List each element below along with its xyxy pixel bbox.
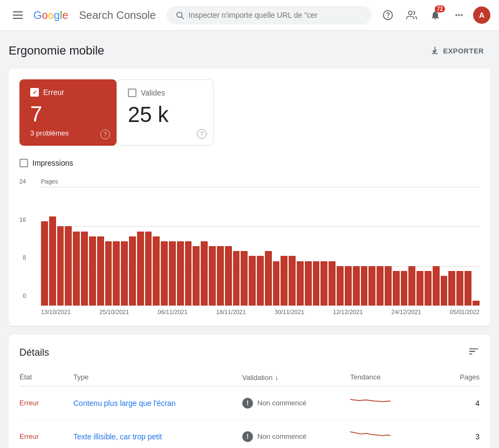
chart-bar	[225, 246, 232, 306]
chart-bar	[456, 271, 463, 306]
impressions-checkbox[interactable]	[19, 159, 28, 167]
main-card: Erreur 7 3 problèmes ? Valides 25 k ? Im…	[9, 69, 490, 326]
table-header: État Type Validation ↓ Tendance Pages	[19, 369, 480, 386]
impressions-row: Impressions	[19, 154, 480, 172]
x-label-4: 18/11/2021	[216, 309, 246, 315]
error-stat-card: Erreur 7 3 problèmes ?	[19, 79, 117, 146]
app-name: Search Console	[79, 9, 156, 22]
error-value: 7	[30, 101, 104, 127]
valid-value: 25 k	[128, 101, 200, 127]
chart-bar	[297, 261, 304, 306]
chart-bar	[281, 256, 288, 306]
row-validation-1: ! Non commencé	[242, 398, 350, 409]
chart-bar	[97, 236, 104, 306]
row-type-2[interactable]: Texte illisible, car trop petit	[73, 432, 242, 441]
notifications-button[interactable]: 72	[426, 5, 445, 25]
menu-button[interactable]	[9, 7, 27, 23]
stats-row: Erreur 7 3 problèmes ? Valides 25 k ?	[19, 79, 480, 146]
chart-bar	[249, 256, 256, 306]
table-row: Erreur Texte illisible, car trop petit !…	[19, 420, 480, 448]
y-label-16: 16	[19, 216, 26, 223]
help-button[interactable]	[378, 5, 398, 25]
table-row: Erreur Contenu plus large que l'écran ! …	[19, 386, 480, 420]
chart-bar	[337, 266, 344, 306]
details-header: Détails	[19, 345, 480, 360]
chart-bar	[113, 241, 120, 306]
x-label-1: 13/10/2021	[41, 309, 71, 315]
chart-bar	[345, 266, 352, 306]
chart-bars	[41, 187, 480, 306]
search-input[interactable]	[189, 11, 363, 19]
x-label-5: 30/11/2021	[275, 309, 304, 315]
row-trend-1	[350, 394, 436, 412]
error-help-icon[interactable]: ?	[100, 130, 110, 139]
page-title: Ergonomie mobile	[9, 44, 104, 58]
notification-count: 72	[435, 5, 445, 12]
chart-bar	[441, 276, 448, 306]
apps-button[interactable]	[449, 5, 469, 25]
chart-bar	[320, 261, 327, 306]
svg-point-3	[388, 17, 388, 18]
valid-help-icon[interactable]: ?	[197, 129, 207, 139]
chart-bar	[217, 246, 224, 306]
chart-bar	[129, 236, 136, 306]
chart-bar	[233, 251, 240, 306]
x-label-6: 12/12/2021	[333, 309, 363, 315]
chart-bar	[161, 241, 168, 306]
y-label-8: 8	[23, 254, 26, 261]
valid-label: Valides	[141, 89, 165, 97]
chart-bar	[385, 266, 392, 306]
search-icon	[175, 10, 184, 20]
valid-stat-header: Valides	[128, 89, 200, 97]
details-title: Détails	[19, 347, 49, 358]
chart-bar	[273, 261, 280, 306]
y-label-24: 24	[19, 178, 26, 185]
chart-bar	[425, 271, 432, 306]
details-card: Détails État Type Validation ↓ Tendance …	[9, 335, 490, 448]
chart-x-labels: 13/10/2021 25/10/2021 06/11/2021 18/11/2…	[41, 309, 480, 315]
chart-bar	[177, 241, 184, 306]
google-logo: Google	[33, 9, 69, 22]
chart-bar	[393, 271, 400, 306]
chart-bar	[241, 251, 248, 306]
download-icon	[430, 46, 440, 56]
svg-point-0	[177, 12, 182, 17]
chart-bar	[408, 266, 415, 306]
page-title-bar: Ergonomie mobile EXPORTER	[9, 31, 490, 69]
app-header: Google Search Console	[0, 0, 499, 31]
impressions-label: Impressions	[32, 159, 73, 167]
chart-bar	[257, 256, 264, 306]
row-type-1[interactable]: Contenu plus large que l'écran	[73, 399, 242, 408]
export-button[interactable]: EXPORTER	[423, 42, 490, 60]
valid-checkbox[interactable]	[128, 89, 136, 97]
row-trend-2	[350, 427, 436, 445]
chart-bar	[169, 241, 176, 306]
row-pages-1: 4	[436, 399, 480, 408]
chart-bar	[289, 256, 296, 306]
chart-bar	[105, 241, 112, 306]
col-header-validation[interactable]: Validation ↓	[242, 373, 350, 382]
chart-bar	[81, 232, 88, 306]
y-axis-title: Pages	[41, 178, 480, 185]
search-bar[interactable]	[167, 6, 372, 24]
chart-bar	[137, 232, 144, 306]
chart-bar	[265, 251, 272, 306]
filter-button[interactable]	[468, 345, 480, 360]
chart-bar	[65, 226, 72, 306]
sort-arrow-icon: ↓	[275, 373, 278, 382]
col-header-trend: Tendance	[350, 373, 436, 382]
validation-status-icon-2: !	[242, 431, 253, 442]
user-avatar[interactable]: A	[473, 6, 490, 24]
chart-bar	[361, 266, 368, 306]
error-checkbox[interactable]	[30, 88, 39, 97]
validation-status-icon-1: !	[242, 398, 253, 409]
chart-bar	[433, 266, 440, 306]
page-content: Ergonomie mobile EXPORTER Erreur 7 3 pro…	[0, 31, 499, 448]
chart-bar	[153, 236, 160, 306]
account-button[interactable]	[402, 5, 421, 25]
error-sublabel: 3 problèmes	[30, 129, 104, 137]
col-header-state: État	[19, 373, 73, 382]
row-state-1: Erreur	[19, 399, 73, 407]
chart-bar	[305, 261, 312, 306]
svg-point-4	[408, 11, 412, 15]
